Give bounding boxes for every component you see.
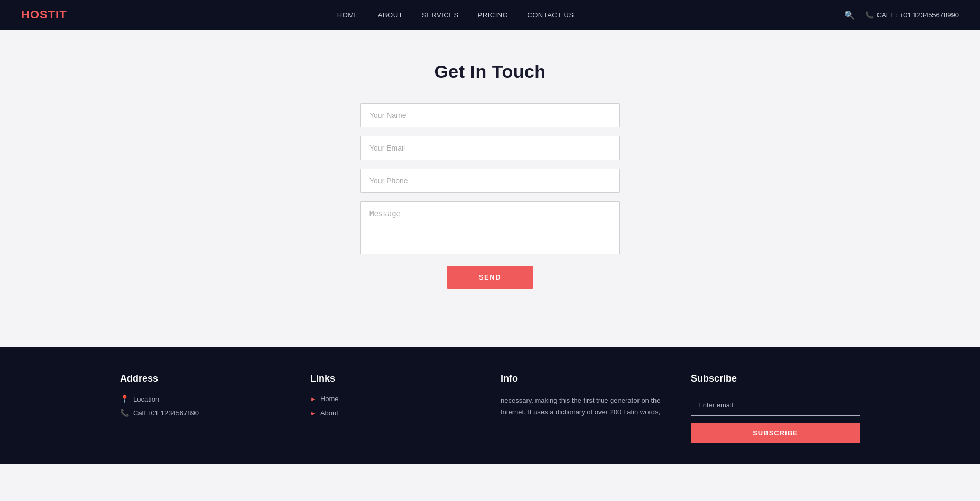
footer-address-col: Address 📍 Location 📞 Call +01 1234567890 bbox=[120, 373, 289, 443]
main-content: Get In Touch SEND bbox=[0, 30, 980, 347]
search-icon[interactable]: 🔍 bbox=[844, 10, 855, 20]
message-input[interactable] bbox=[360, 201, 620, 254]
footer-links-list: ► Home ► About bbox=[310, 395, 479, 417]
phone-input[interactable] bbox=[360, 169, 620, 193]
footer-link-about[interactable]: About bbox=[320, 409, 338, 417]
nav-links: HOME ABOUT SERVICES PRICING CONTACT US bbox=[337, 10, 574, 20]
footer-subscribe-col: Subscribe SUBSCRIBE bbox=[691, 373, 860, 443]
page-title: Get In Touch bbox=[434, 61, 546, 82]
footer-call: 📞 Call +01 1234567890 bbox=[120, 409, 289, 417]
subscribe-button[interactable]: SUBSCRIBE bbox=[691, 423, 860, 443]
name-input[interactable] bbox=[360, 103, 620, 127]
call-label: Call +01 1234567890 bbox=[133, 409, 199, 417]
footer-link-item: ► About bbox=[310, 409, 479, 417]
footer-address-title: Address bbox=[120, 373, 289, 384]
nav-pricing[interactable]: PRICING bbox=[478, 11, 509, 19]
nav-home[interactable]: HOME bbox=[337, 11, 359, 19]
location-icon: 📍 bbox=[120, 395, 129, 403]
email-input[interactable] bbox=[360, 136, 620, 160]
footer-info-text: necessary, making this the first true ge… bbox=[501, 395, 670, 418]
brand-logo[interactable]: HOSTIT bbox=[21, 8, 67, 22]
footer-location: 📍 Location bbox=[120, 395, 289, 403]
arrow-icon-home: ► bbox=[310, 396, 316, 402]
footer-link-home[interactable]: Home bbox=[320, 395, 339, 403]
nav-contact-us[interactable]: CONTACT US bbox=[527, 11, 574, 19]
footer-grid: Address 📍 Location 📞 Call +01 1234567890… bbox=[120, 373, 860, 443]
nav-right: 🔍 📞 CALL : +01 123455678990 bbox=[844, 10, 959, 20]
logo-text: HOSTIT bbox=[21, 8, 67, 21]
send-button[interactable]: SEND bbox=[447, 266, 533, 289]
arrow-icon-about: ► bbox=[310, 410, 316, 416]
subscribe-email-input[interactable] bbox=[691, 395, 860, 416]
location-label: Location bbox=[133, 395, 159, 403]
call-icon: 📞 bbox=[120, 409, 129, 417]
footer-links-col: Links ► Home ► About bbox=[310, 373, 479, 443]
call-link[interactable]: 📞 CALL : +01 123455678990 bbox=[865, 11, 959, 19]
phone-icon: 📞 bbox=[865, 11, 874, 19]
footer-subscribe-title: Subscribe bbox=[691, 373, 860, 384]
call-number: CALL : +01 123455678990 bbox=[877, 11, 959, 19]
contact-form: SEND bbox=[360, 103, 620, 289]
footer: Address 📍 Location 📞 Call +01 1234567890… bbox=[0, 347, 980, 464]
nav-about[interactable]: ABOUT bbox=[378, 11, 403, 19]
footer-info-col: Info necessary, making this the first tr… bbox=[501, 373, 670, 443]
footer-info-title: Info bbox=[501, 373, 670, 384]
nav-services[interactable]: SERVICES bbox=[422, 11, 459, 19]
footer-links-title: Links bbox=[310, 373, 479, 384]
navbar: HOSTIT HOME ABOUT SERVICES PRICING CONTA… bbox=[0, 0, 980, 30]
footer-link-item: ► Home bbox=[310, 395, 479, 403]
